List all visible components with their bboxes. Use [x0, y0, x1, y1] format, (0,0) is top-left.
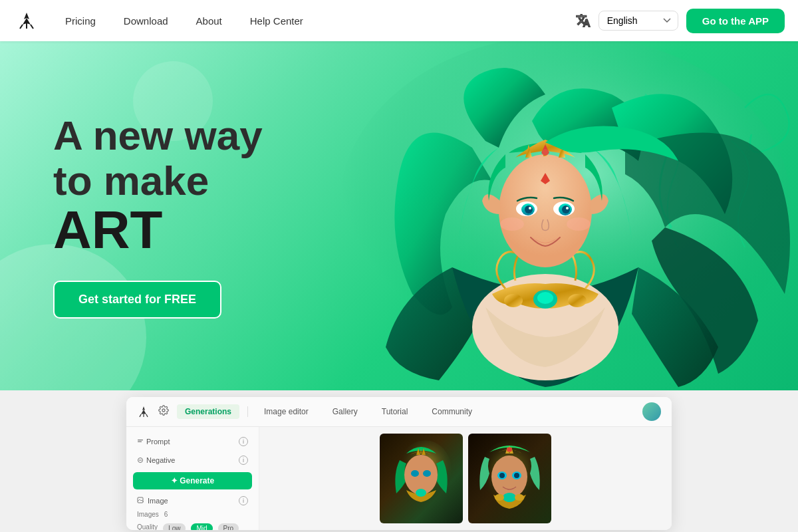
language-select[interactable]: EnglishEspañolFrançaisDeutsch日本語 — [598, 11, 678, 31]
svg-point-5 — [568, 294, 587, 307]
svg-point-17 — [529, 207, 531, 209]
svg-point-18 — [566, 207, 569, 209]
translate-icon — [576, 13, 591, 28]
user-avatar[interactable] — [642, 402, 661, 421]
quality-mid[interactable]: Mid — [191, 523, 212, 530]
svg-rect-22 — [138, 440, 143, 440]
app-preview-section: Generations Image editor Gallery Tutoria… — [0, 390, 798, 532]
svg-point-6 — [499, 154, 592, 267]
svg-point-19 — [500, 217, 524, 231]
logo[interactable] — [13, 7, 40, 34]
svg-point-34 — [423, 470, 431, 477]
nav-pricing[interactable]: Pricing — [53, 10, 108, 32]
svg-point-48 — [495, 494, 504, 501]
hero-title-line1: A new way — [53, 113, 263, 158]
app-body: Prompt i Negative i ✦ Generate Image — [126, 427, 672, 530]
negative-label: Negative — [137, 456, 175, 464]
svg-rect-23 — [138, 442, 142, 442]
image-info-icon[interactable]: i — [239, 496, 248, 505]
app-tab-community[interactable]: Community — [424, 404, 480, 419]
tab-divider — [247, 406, 248, 417]
images-value: 6 — [164, 511, 168, 518]
svg-point-20 — [567, 217, 591, 231]
app-settings-icon[interactable] — [158, 405, 169, 418]
hero-illustration — [279, 41, 798, 390]
app-tab-image-editor[interactable]: Image editor — [256, 404, 317, 419]
app-tab-generations[interactable]: Generations — [177, 404, 239, 419]
quality-pro[interactable]: Pro — [218, 523, 239, 530]
svg-point-46 — [514, 473, 519, 478]
svg-point-16 — [562, 205, 570, 213]
svg-point-42 — [507, 448, 512, 452]
prompt-info-icon[interactable]: i — [239, 437, 248, 446]
app-sidebar: Prompt i Negative i ✦ Generate Image — [126, 427, 259, 530]
svg-point-49 — [515, 494, 524, 501]
quality-low[interactable]: Low — [163, 523, 186, 530]
nav-links: Pricing Download About Help Center — [53, 10, 576, 32]
app-tab-tutorial[interactable]: Tutorial — [374, 404, 416, 419]
hero-title-line2: to make — [53, 158, 263, 203]
svg-point-21 — [162, 409, 165, 412]
negative-row: Negative i — [133, 452, 252, 468]
quality-label: Quality — [137, 523, 158, 530]
hero-text-block: A new way to make ART Get started for FR… — [0, 73, 263, 358]
nav-download[interactable]: Download — [112, 10, 180, 32]
app-logo-small — [137, 405, 150, 418]
svg-point-33 — [411, 470, 419, 477]
navbar-right: EnglishEspañolFrançaisDeutsch日本語 Go to t… — [576, 9, 785, 33]
prompt-row: Prompt i — [133, 434, 252, 450]
image-section: Image i — [133, 493, 252, 508]
app-window: Generations Image editor Gallery Tutoria… — [126, 397, 672, 530]
nav-about[interactable]: About — [184, 10, 234, 32]
svg-point-4 — [504, 294, 523, 307]
hero-title-art: ART — [53, 203, 263, 257]
svg-point-3 — [537, 292, 553, 304]
app-topbar: Generations Image editor Gallery Tutoria… — [126, 397, 672, 427]
navbar: Pricing Download About Help Center Engli… — [0, 0, 798, 41]
generate-button[interactable]: ✦ Generate — [133, 472, 252, 489]
hero-cta-button[interactable]: Get started for FREE — [53, 281, 221, 319]
app-main-canvas — [259, 427, 672, 530]
svg-point-38 — [491, 456, 527, 498]
images-meta: Images 6 — [133, 508, 252, 521]
art-thumbnail-2 — [468, 434, 551, 523]
svg-point-10 — [542, 149, 549, 156]
hero-section: A new way to make ART Get started for FR… — [0, 41, 798, 390]
art-thumbnail-1 — [380, 434, 463, 523]
app-tab-gallery[interactable]: Gallery — [325, 404, 366, 419]
negative-info-icon[interactable]: i — [239, 456, 248, 465]
quality-meta: Quality Low Mid Pro — [133, 521, 252, 530]
svg-point-45 — [499, 473, 505, 478]
goto-app-button[interactable]: Go to the APP — [686, 9, 785, 33]
svg-point-35 — [416, 489, 426, 497]
prompt-label: Prompt — [137, 438, 170, 446]
svg-point-47 — [503, 493, 516, 502]
nav-help-center[interactable]: Help Center — [238, 10, 315, 32]
svg-point-15 — [525, 205, 533, 213]
images-label: Images — [137, 511, 159, 518]
image-section-label: Image — [137, 497, 168, 505]
